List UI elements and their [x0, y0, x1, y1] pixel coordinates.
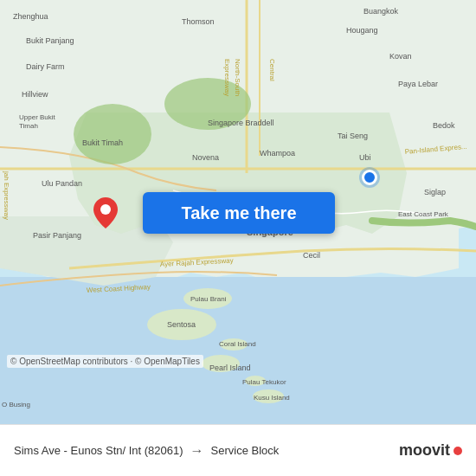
svg-text:Zhenghua: Zhenghua [13, 12, 48, 21]
svg-text:East Coast Park: East Coast Park [398, 210, 449, 218]
svg-text:jah Expressway: jah Expressway [3, 170, 10, 220]
svg-text:Novena: Novena [192, 153, 219, 162]
svg-text:Ulu Pandan: Ulu Pandan [42, 179, 82, 188]
svg-text:Hillview: Hillview [22, 90, 48, 99]
svg-text:Whampoa: Whampoa [260, 149, 295, 158]
svg-marker-4 [0, 277, 476, 424]
svg-text:Ubi: Ubi [359, 153, 371, 162]
map-container: Zhenghua Bukit Panjang Thomson Hougang K… [0, 0, 476, 424]
svg-text:Coral Island: Coral Island [219, 340, 256, 348]
svg-text:Pulau Tekukor: Pulau Tekukor [242, 378, 286, 386]
svg-text:Pearl Island: Pearl Island [209, 363, 251, 372]
svg-text:Timah: Timah [19, 122, 38, 130]
svg-text:Paya Lebar: Paya Lebar [398, 80, 438, 88]
svg-text:Bedok: Bedok [433, 121, 455, 130]
svg-point-10 [74, 104, 151, 164]
route-to: Service Block [211, 444, 280, 457]
svg-text:Tai Seng: Tai Seng [338, 132, 368, 140]
moovit-brand-text: moovit [399, 441, 450, 460]
svg-text:North-South: North-South [234, 59, 241, 96]
svg-text:Bukit Panjang: Bukit Panjang [26, 36, 74, 45]
moovit-dot [453, 447, 462, 455]
svg-text:Siglap: Siglap [424, 188, 446, 196]
bottom-bar: Sims Ave - Eunos Stn/ Int (82061) → Serv… [0, 424, 476, 476]
map-attribution: © OpenStreetMap contributors · © OpenMap… [7, 355, 203, 368]
svg-text:Expressway: Expressway [223, 59, 231, 96]
svg-text:Hougang: Hougang [346, 26, 378, 35]
svg-text:Singapore Braddell: Singapore Braddell [208, 119, 274, 127]
svg-text:Sentosa: Sentosa [167, 320, 196, 329]
svg-text:O Busing: O Busing [2, 401, 30, 408]
svg-text:Kusu Island: Kusu Island [254, 394, 290, 402]
svg-text:Central: Central [268, 59, 276, 81]
origin-marker [362, 170, 377, 185]
route-from: Sims Ave - Eunos Stn/ Int (82061) [14, 444, 183, 457]
svg-text:Pulau Brani: Pulau Brani [190, 295, 227, 303]
svg-text:Bukit Timah: Bukit Timah [82, 138, 123, 147]
svg-text:Cecil: Cecil [303, 251, 320, 260]
svg-text:Pasir Panjang: Pasir Panjang [33, 231, 81, 240]
svg-text:Kovan: Kovan [389, 52, 412, 61]
take-me-there-button[interactable]: Take me there [143, 192, 335, 234]
route-arrow: → [190, 443, 204, 459]
svg-text:Dairy Farm: Dairy Farm [26, 62, 65, 71]
svg-text:Upper Bukit: Upper Bukit [19, 113, 56, 121]
svg-text:Thomson: Thomson [182, 17, 215, 26]
destination-marker [93, 197, 118, 228]
route-info: Sims Ave - Eunos Stn/ Int (82061) → Serv… [14, 443, 399, 459]
svg-point-56 [100, 204, 111, 215]
svg-text:Buangkok: Buangkok [363, 7, 399, 16]
moovit-logo: moovit [399, 441, 462, 460]
